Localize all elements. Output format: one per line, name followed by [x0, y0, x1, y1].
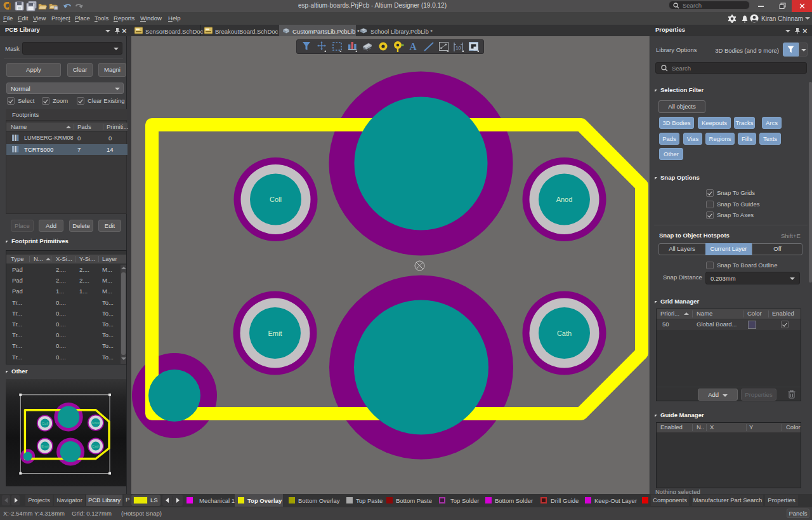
svg-text:A: A: [409, 41, 417, 52]
svg-text:Coll: Coll: [42, 422, 48, 425]
svg-text:Emit: Emit: [268, 330, 282, 337]
svg-text:Anod: Anod: [91, 421, 100, 425]
svg-text:10: 10: [455, 45, 461, 51]
svg-text:Cath: Cath: [557, 330, 572, 337]
svg-text:Emit: Emit: [41, 444, 49, 448]
svg-text:Anod: Anod: [556, 196, 573, 203]
svg-text:Cath: Cath: [92, 444, 100, 448]
svg-text:Coll: Coll: [270, 196, 282, 203]
